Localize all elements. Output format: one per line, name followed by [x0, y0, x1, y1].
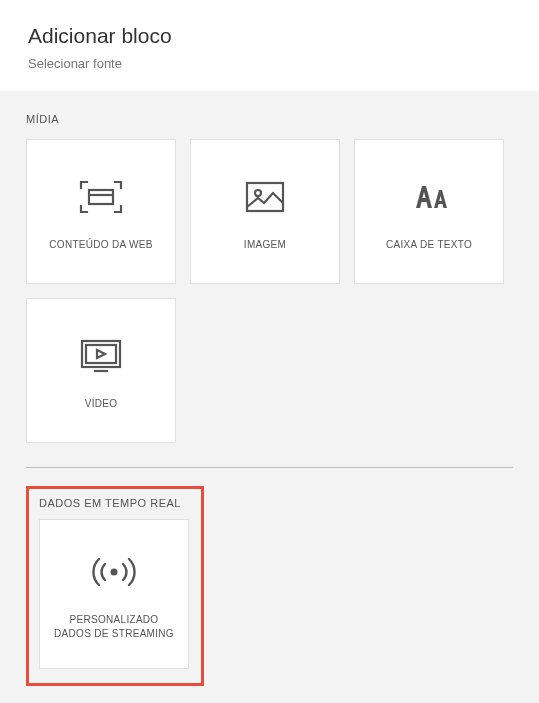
tile-label: VÍDEO [85, 397, 118, 411]
dialog-header: Adicionar bloco Selecionar fonte [0, 0, 539, 91]
dialog-subtitle: Selecionar fonte [28, 56, 511, 71]
video-icon [76, 331, 126, 381]
textbox-icon [404, 172, 454, 222]
realtime-section-highlight: DADOS EM TEMPO REAL PERSONALIZADO DADOS … [26, 486, 204, 686]
image-icon [240, 172, 290, 222]
media-tile-grid: CONTEÚDO DA WEB IMAGEM CAIXA DE TEXTO [26, 139, 513, 443]
tile-image[interactable]: IMAGEM [190, 139, 340, 284]
tile-web-content[interactable]: CONTEÚDO DA WEB [26, 139, 176, 284]
media-section-label: MÍDIA [26, 113, 513, 125]
tile-label-line1: PERSONALIZADO [70, 613, 159, 627]
streaming-icon [89, 547, 139, 597]
section-divider [26, 467, 513, 468]
tile-textbox[interactable]: CAIXA DE TEXTO [354, 139, 504, 284]
svg-rect-5 [86, 345, 116, 363]
svg-point-3 [255, 190, 261, 196]
tile-streaming-data[interactable]: PERSONALIZADO DADOS DE STREAMING [39, 519, 189, 669]
tile-label: PERSONALIZADO DADOS DE STREAMING [54, 613, 174, 641]
tile-label: CONTEÚDO DA WEB [49, 238, 152, 252]
tile-label-line2: DADOS DE STREAMING [54, 627, 174, 641]
web-content-icon [76, 172, 126, 222]
tile-video[interactable]: VÍDEO [26, 298, 176, 443]
tile-label: IMAGEM [244, 238, 286, 252]
svg-point-7 [111, 569, 118, 576]
tile-label: CAIXA DE TEXTO [386, 238, 472, 252]
svg-rect-0 [89, 190, 113, 204]
content-area: MÍDIA CONTEÚDO DA WEB [0, 91, 539, 703]
realtime-section-label: DADOS EM TEMPO REAL [39, 497, 191, 509]
dialog-title: Adicionar bloco [28, 24, 511, 48]
